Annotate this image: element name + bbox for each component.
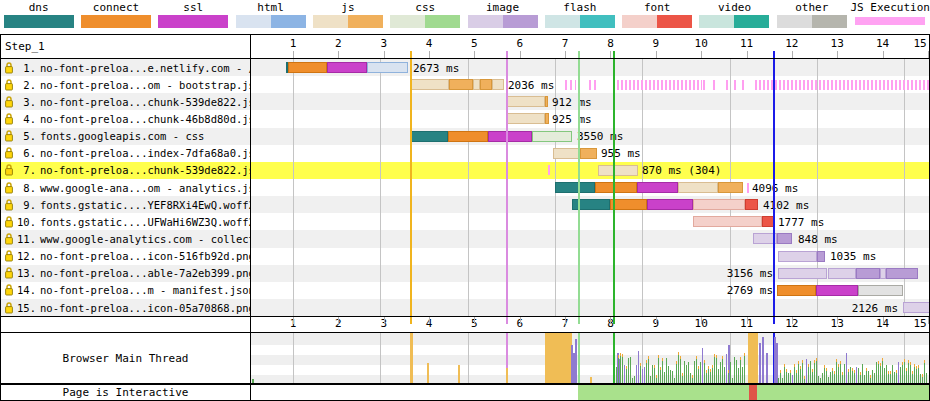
request-label-cell[interactable]: 15.no-font-preloa...icon-05a70868.png (1, 299, 251, 316)
legend-item-video: video (696, 0, 773, 33)
main-thread-spike (792, 375, 793, 383)
legend-item-other: other (773, 0, 850, 33)
request-row[interactable]: 11.www.google-analytics.com - collect848… (1, 230, 929, 247)
request-row[interactable]: 2.no-font-preloa...om - bootstrap.js2036… (1, 76, 929, 93)
request-label-cell[interactable]: 3.no-font-preloa...chunk-539de822.js (1, 93, 251, 110)
request-number: 4. (14, 113, 36, 125)
request-label-cell[interactable]: 6.no-font-preloa...index-7dfa68a0.js (1, 145, 251, 162)
main-thread-spike (862, 364, 863, 383)
lock-icon (4, 216, 14, 228)
request-row[interactable]: 9.fonts.gstatic....YEF8RXi4EwQ.woff24102… (1, 196, 929, 213)
main-thread-spike (712, 368, 713, 383)
main-thread-spike (800, 369, 801, 383)
main-thread-spike (706, 370, 707, 373)
request-bar-segment-img-dl (817, 251, 825, 262)
main-thread-spike (680, 356, 681, 359)
request-label-cell[interactable]: 5.fonts.googleapis.com - css (1, 128, 251, 145)
page-interactive-chart (251, 385, 929, 400)
request-time-label: 848 ms (798, 232, 838, 245)
request-time-label: 3156 ms (727, 267, 773, 280)
request-row[interactable]: 3.no-font-preloa...chunk-539de822.js912 … (1, 93, 929, 110)
request-label-cell[interactable]: 12.no-font-preloa...icon-516fb92d.png (1, 248, 251, 265)
request-label-cell[interactable]: 4.no-font-preloa...chunk-46b8d80d.js (1, 110, 251, 127)
axis-tick (701, 51, 702, 58)
request-bar-segment-ssl (647, 199, 693, 210)
request-row[interactable]: 15.no-font-preloa...icon-05a70868.png212… (1, 299, 929, 316)
main-thread-spike (682, 373, 683, 376)
request-label-cell[interactable]: 9.fonts.gstatic....YEF8RXi4EwQ.woff2 (1, 196, 251, 213)
axis-second-label: 4 (426, 38, 433, 50)
main-thread-spike (622, 354, 623, 357)
main-thread-spike (650, 376, 651, 383)
main-thread-spike (888, 374, 889, 383)
main-thread-spike (762, 337, 764, 383)
request-row[interactable]: 10.fonts.gstatic....UFWaHi6WZ3Q.woff2177… (1, 213, 929, 230)
axis-tick (429, 51, 430, 58)
legend-item-label: JS Execution (850, 1, 929, 14)
request-row[interactable]: 7.no-font-preloa...chunk-539de822.js870 … (1, 162, 929, 179)
request-label-cell[interactable]: 14.no-font-preloa...m - manifest.json (1, 282, 251, 299)
legend-swatch (236, 15, 306, 28)
js-execution-ticks (726, 80, 748, 90)
main-thread-spike (926, 373, 927, 383)
js-execution-ticks (589, 80, 598, 90)
main-thread-spike (890, 374, 891, 383)
main-thread-spike (656, 375, 657, 378)
request-number: 12. (14, 250, 36, 262)
request-row[interactable]: 14.no-font-preloa...m - manifest.json276… (1, 282, 929, 299)
main-thread-spike (696, 356, 697, 359)
request-bar-segment-html-dl (367, 62, 408, 73)
main-thread-spike (858, 368, 859, 383)
request-url-label: fonts.gstatic....YEF8RXi4EwQ.woff2 (40, 199, 251, 211)
waterfall-table: Step_1 123456789101112131415 1.no-font-p… (0, 34, 930, 401)
axis-tick (747, 51, 748, 58)
legend-item-js: js (309, 0, 386, 33)
main-thread-spike (860, 372, 861, 375)
request-bar-segment-font-dl (762, 216, 775, 227)
main-thread-spike (920, 374, 921, 383)
main-thread-spike (732, 378, 733, 383)
main-thread-spike (575, 339, 577, 383)
request-url-label: no-font-preloa...chunk-539de822.js (40, 96, 251, 108)
main-thread-spike (740, 360, 741, 383)
request-label-cell[interactable]: 8.www.google-ana...om - analytics.js (1, 179, 251, 196)
request-number: 9. (14, 199, 36, 211)
axis-tick (474, 51, 475, 58)
axis-tick (928, 51, 929, 58)
request-row[interactable]: 12.no-font-preloa...icon-516fb92d.png103… (1, 248, 929, 265)
request-row[interactable]: 8.www.google-ana...om - analytics.js4096… (1, 179, 929, 196)
legend-item-label: font (644, 1, 671, 14)
request-label-cell[interactable]: 11.www.google-analytics.com - collect (1, 230, 251, 247)
request-row[interactable]: 1.no-font-preloa...e.netlify.com - /2673… (1, 59, 929, 76)
main-thread-spike (890, 371, 891, 374)
js-execution-ticks (548, 165, 551, 175)
request-number: 7. (14, 164, 36, 176)
request-bar-segment-connect (595, 182, 637, 193)
request-row[interactable]: 4.no-font-preloa...chunk-46b8d80d.js925 … (1, 110, 929, 127)
main-thread-spike (918, 368, 919, 383)
request-row[interactable]: 6.no-font-preloa...index-7dfa68a0.js955 … (1, 145, 929, 162)
main-thread-spike (784, 364, 785, 367)
request-row[interactable]: 5.fonts.googleapis.com - css3550 ms (1, 128, 929, 145)
main-thread-spike (648, 359, 649, 383)
request-url-label: no-font-preloa...e.netlify.com - / (40, 62, 251, 74)
main-thread-spike (824, 368, 825, 383)
request-label-cell[interactable]: 10.fonts.gstatic....UFWaHi6WZ3Q.woff2 (1, 213, 251, 230)
request-label-cell[interactable]: 2.no-font-preloa...om - bootstrap.js (1, 76, 251, 93)
main-thread-spike (642, 369, 643, 383)
lock-icon (4, 284, 14, 296)
main-thread-busy-block (545, 333, 572, 383)
main-thread-spike (872, 370, 873, 383)
main-thread-spike (826, 368, 827, 371)
request-bar-segment-js-dl (545, 96, 548, 107)
axis-second-label: 14 (876, 38, 889, 50)
main-thread-spike (790, 370, 791, 373)
request-label-cell[interactable]: 1.no-font-preloa...e.netlify.com - / (1, 59, 251, 76)
request-label-cell[interactable]: 7.no-font-preloa...chunk-539de822.js (1, 162, 251, 179)
request-row[interactable]: 13.no-font-preloa...able-7a2eb399.png315… (1, 265, 929, 282)
main-thread-spike (854, 370, 855, 373)
main-thread-spike (802, 360, 803, 363)
request-number: 2. (14, 79, 36, 91)
request-label-cell[interactable]: 13.no-font-preloa...able-7a2eb399.png (1, 265, 251, 282)
main-thread-spike (902, 365, 903, 383)
